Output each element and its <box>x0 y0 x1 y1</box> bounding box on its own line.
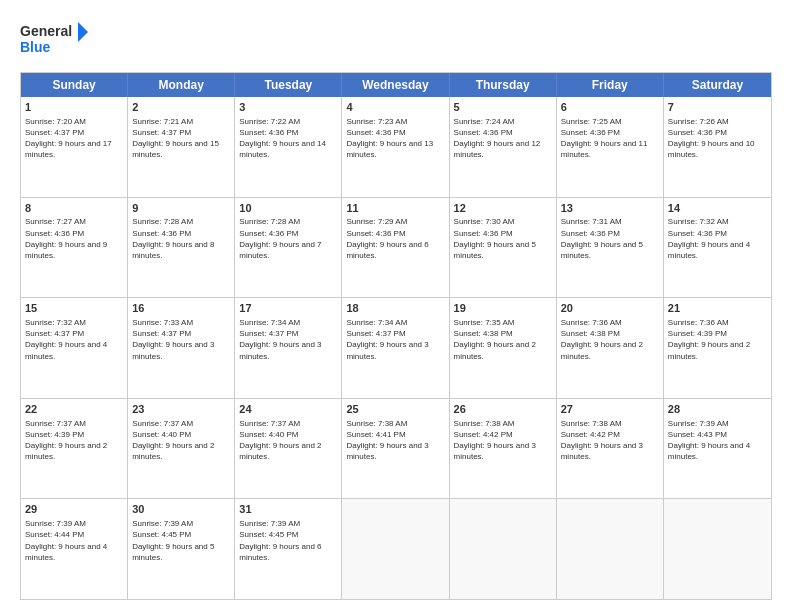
svg-marker-2 <box>78 22 88 42</box>
calendar-cell: 18Sunrise: 7:34 AMSunset: 4:37 PMDayligh… <box>342 298 449 398</box>
calendar-cell: 5Sunrise: 7:24 AMSunset: 4:36 PMDaylight… <box>450 97 557 197</box>
calendar-cell: 9Sunrise: 7:28 AMSunset: 4:36 PMDaylight… <box>128 198 235 298</box>
day-number: 3 <box>239 100 337 115</box>
calendar-cell: 22Sunrise: 7:37 AMSunset: 4:39 PMDayligh… <box>21 399 128 499</box>
day-number: 23 <box>132 402 230 417</box>
calendar-row-3: 15Sunrise: 7:32 AMSunset: 4:37 PMDayligh… <box>21 297 771 398</box>
calendar-cell: 11Sunrise: 7:29 AMSunset: 4:36 PMDayligh… <box>342 198 449 298</box>
day-number: 20 <box>561 301 659 316</box>
cell-text: Sunrise: 7:33 AMSunset: 4:37 PMDaylight:… <box>132 317 230 362</box>
day-number: 14 <box>668 201 767 216</box>
cell-text: Sunrise: 7:24 AMSunset: 4:36 PMDaylight:… <box>454 116 552 161</box>
cell-text: Sunrise: 7:28 AMSunset: 4:36 PMDaylight:… <box>239 216 337 261</box>
cell-text: Sunrise: 7:29 AMSunset: 4:36 PMDaylight:… <box>346 216 444 261</box>
svg-text:Blue: Blue <box>20 39 51 55</box>
cell-text: Sunrise: 7:39 AMSunset: 4:45 PMDaylight:… <box>132 518 230 563</box>
day-number: 21 <box>668 301 767 316</box>
cell-text: Sunrise: 7:28 AMSunset: 4:36 PMDaylight:… <box>132 216 230 261</box>
calendar-cell: 30Sunrise: 7:39 AMSunset: 4:45 PMDayligh… <box>128 499 235 599</box>
day-number: 1 <box>25 100 123 115</box>
calendar-cell <box>450 499 557 599</box>
cell-text: Sunrise: 7:39 AMSunset: 4:43 PMDaylight:… <box>668 418 767 463</box>
calendar-cell: 23Sunrise: 7:37 AMSunset: 4:40 PMDayligh… <box>128 399 235 499</box>
cell-text: Sunrise: 7:31 AMSunset: 4:36 PMDaylight:… <box>561 216 659 261</box>
header-day-wednesday: Wednesday <box>342 73 449 97</box>
calendar-cell <box>664 499 771 599</box>
cell-text: Sunrise: 7:34 AMSunset: 4:37 PMDaylight:… <box>346 317 444 362</box>
calendar-row-4: 22Sunrise: 7:37 AMSunset: 4:39 PMDayligh… <box>21 398 771 499</box>
day-number: 8 <box>25 201 123 216</box>
cell-text: Sunrise: 7:35 AMSunset: 4:38 PMDaylight:… <box>454 317 552 362</box>
calendar-cell: 15Sunrise: 7:32 AMSunset: 4:37 PMDayligh… <box>21 298 128 398</box>
cell-text: Sunrise: 7:32 AMSunset: 4:37 PMDaylight:… <box>25 317 123 362</box>
cell-text: Sunrise: 7:36 AMSunset: 4:39 PMDaylight:… <box>668 317 767 362</box>
cell-text: Sunrise: 7:25 AMSunset: 4:36 PMDaylight:… <box>561 116 659 161</box>
cell-text: Sunrise: 7:38 AMSunset: 4:41 PMDaylight:… <box>346 418 444 463</box>
header-day-sunday: Sunday <box>21 73 128 97</box>
cell-text: Sunrise: 7:34 AMSunset: 4:37 PMDaylight:… <box>239 317 337 362</box>
day-number: 7 <box>668 100 767 115</box>
day-number: 19 <box>454 301 552 316</box>
day-number: 15 <box>25 301 123 316</box>
calendar-cell: 28Sunrise: 7:39 AMSunset: 4:43 PMDayligh… <box>664 399 771 499</box>
header-day-monday: Monday <box>128 73 235 97</box>
day-number: 9 <box>132 201 230 216</box>
cell-text: Sunrise: 7:26 AMSunset: 4:36 PMDaylight:… <box>668 116 767 161</box>
day-number: 13 <box>561 201 659 216</box>
calendar-cell: 3Sunrise: 7:22 AMSunset: 4:36 PMDaylight… <box>235 97 342 197</box>
day-number: 5 <box>454 100 552 115</box>
calendar-cell: 31Sunrise: 7:39 AMSunset: 4:45 PMDayligh… <box>235 499 342 599</box>
cell-text: Sunrise: 7:38 AMSunset: 4:42 PMDaylight:… <box>454 418 552 463</box>
day-number: 11 <box>346 201 444 216</box>
calendar-cell <box>342 499 449 599</box>
day-number: 30 <box>132 502 230 517</box>
cell-text: Sunrise: 7:39 AMSunset: 4:45 PMDaylight:… <box>239 518 337 563</box>
calendar-cell: 4Sunrise: 7:23 AMSunset: 4:36 PMDaylight… <box>342 97 449 197</box>
calendar-row-1: 1Sunrise: 7:20 AMSunset: 4:37 PMDaylight… <box>21 97 771 197</box>
calendar-body: 1Sunrise: 7:20 AMSunset: 4:37 PMDaylight… <box>21 97 771 599</box>
calendar-cell <box>557 499 664 599</box>
day-number: 17 <box>239 301 337 316</box>
header-day-friday: Friday <box>557 73 664 97</box>
calendar-header: SundayMondayTuesdayWednesdayThursdayFrid… <box>21 73 771 97</box>
day-number: 24 <box>239 402 337 417</box>
cell-text: Sunrise: 7:23 AMSunset: 4:36 PMDaylight:… <box>346 116 444 161</box>
cell-text: Sunrise: 7:20 AMSunset: 4:37 PMDaylight:… <box>25 116 123 161</box>
calendar-cell: 24Sunrise: 7:37 AMSunset: 4:40 PMDayligh… <box>235 399 342 499</box>
calendar-cell: 13Sunrise: 7:31 AMSunset: 4:36 PMDayligh… <box>557 198 664 298</box>
cell-text: Sunrise: 7:21 AMSunset: 4:37 PMDaylight:… <box>132 116 230 161</box>
calendar-cell: 16Sunrise: 7:33 AMSunset: 4:37 PMDayligh… <box>128 298 235 398</box>
calendar-cell: 29Sunrise: 7:39 AMSunset: 4:44 PMDayligh… <box>21 499 128 599</box>
day-number: 12 <box>454 201 552 216</box>
day-number: 10 <box>239 201 337 216</box>
cell-text: Sunrise: 7:36 AMSunset: 4:38 PMDaylight:… <box>561 317 659 362</box>
header-day-thursday: Thursday <box>450 73 557 97</box>
day-number: 6 <box>561 100 659 115</box>
calendar-cell: 6Sunrise: 7:25 AMSunset: 4:36 PMDaylight… <box>557 97 664 197</box>
calendar-row-5: 29Sunrise: 7:39 AMSunset: 4:44 PMDayligh… <box>21 498 771 599</box>
calendar-cell: 2Sunrise: 7:21 AMSunset: 4:37 PMDaylight… <box>128 97 235 197</box>
logo-svg: General Blue <box>20 18 90 62</box>
day-number: 29 <box>25 502 123 517</box>
calendar-cell: 1Sunrise: 7:20 AMSunset: 4:37 PMDaylight… <box>21 97 128 197</box>
header-day-tuesday: Tuesday <box>235 73 342 97</box>
day-number: 22 <box>25 402 123 417</box>
day-number: 28 <box>668 402 767 417</box>
cell-text: Sunrise: 7:27 AMSunset: 4:36 PMDaylight:… <box>25 216 123 261</box>
cell-text: Sunrise: 7:39 AMSunset: 4:44 PMDaylight:… <box>25 518 123 563</box>
day-number: 4 <box>346 100 444 115</box>
cell-text: Sunrise: 7:38 AMSunset: 4:42 PMDaylight:… <box>561 418 659 463</box>
page: General Blue SundayMondayTuesdayWednesda… <box>0 0 792 612</box>
calendar-cell: 25Sunrise: 7:38 AMSunset: 4:41 PMDayligh… <box>342 399 449 499</box>
calendar-cell: 17Sunrise: 7:34 AMSunset: 4:37 PMDayligh… <box>235 298 342 398</box>
day-number: 31 <box>239 502 337 517</box>
day-number: 26 <box>454 402 552 417</box>
calendar-cell: 19Sunrise: 7:35 AMSunset: 4:38 PMDayligh… <box>450 298 557 398</box>
day-number: 18 <box>346 301 444 316</box>
calendar-cell: 8Sunrise: 7:27 AMSunset: 4:36 PMDaylight… <box>21 198 128 298</box>
calendar-cell: 14Sunrise: 7:32 AMSunset: 4:36 PMDayligh… <box>664 198 771 298</box>
svg-text:General: General <box>20 23 72 39</box>
calendar-cell: 27Sunrise: 7:38 AMSunset: 4:42 PMDayligh… <box>557 399 664 499</box>
calendar-cell: 26Sunrise: 7:38 AMSunset: 4:42 PMDayligh… <box>450 399 557 499</box>
cell-text: Sunrise: 7:37 AMSunset: 4:40 PMDaylight:… <box>239 418 337 463</box>
